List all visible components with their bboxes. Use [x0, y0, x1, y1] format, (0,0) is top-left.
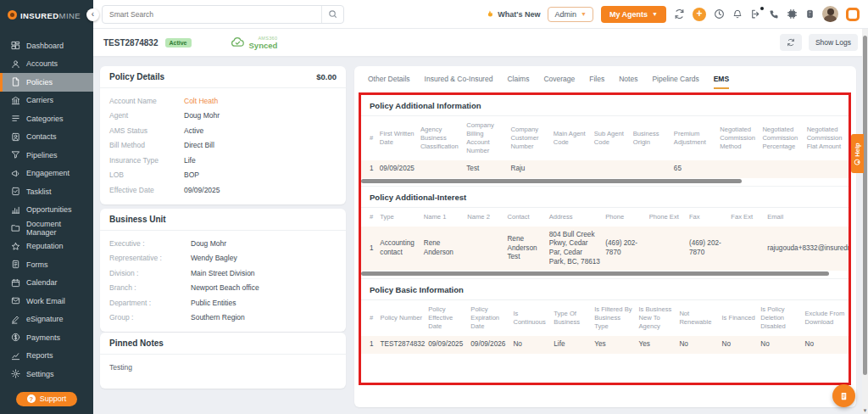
- sidebar-item-opportunities[interactable]: Opportunities: [0, 201, 93, 220]
- table-cell: Rene Anderson: [421, 227, 465, 271]
- tab-other-details[interactable]: Other Details: [368, 75, 410, 89]
- sidebar-item-reports[interactable]: Reports: [0, 347, 93, 366]
- sidebar-item-categories[interactable]: Categories: [0, 109, 93, 128]
- column-header: Email: [765, 208, 849, 227]
- sidebar-item-calendar[interactable]: Calendar: [0, 274, 93, 293]
- column-header: Is Filtered By Business Type: [592, 300, 636, 336]
- policy-detail-main-card: Other DetailsInsured & Co-InsuredClaimsC…: [354, 66, 856, 407]
- pinned-notes-title: Pinned Notes: [109, 338, 164, 348]
- search-input[interactable]: [103, 10, 321, 19]
- table-cell: No: [802, 336, 849, 354]
- sidebar-item-contacts[interactable]: Contacts: [0, 128, 93, 147]
- tab-pipeline-cards[interactable]: Pipeline Cards: [652, 75, 698, 89]
- sidebar-item-document-manager[interactable]: Document Manager: [0, 219, 93, 238]
- table-cell: 1: [361, 227, 377, 271]
- status-badge: Active: [165, 38, 192, 48]
- chat-widget-button[interactable]: [832, 384, 855, 407]
- column-header: Fax Ext: [728, 208, 765, 227]
- sidebar-item-settings[interactable]: Settings: [0, 365, 93, 383]
- field-label: LOB: [109, 171, 184, 179]
- field-value: Doug Mohr: [184, 111, 220, 120]
- sidebar-item-tasklist[interactable]: Tasklist: [0, 182, 93, 201]
- tab-notes[interactable]: Notes: [619, 75, 637, 89]
- add-new-button[interactable]: +: [693, 8, 706, 21]
- ai-chip-icon[interactable]: [787, 8, 798, 20]
- sidebar-collapse-button[interactable]: ‹: [86, 8, 99, 21]
- table-row[interactable]: 1TEST287483209/09/202509/09/2026NoLifeYe…: [361, 336, 849, 354]
- horizontal-scrollbar[interactable]: [361, 271, 829, 276]
- tab-insured-co-insured[interactable]: Insured & Co-Insured: [425, 75, 493, 89]
- scrollbar-thumb[interactable]: [863, 36, 867, 375]
- field-value: Doug Mohr: [191, 239, 226, 248]
- app-logo[interactable]: INSUREDMINE: [0, 0, 93, 29]
- table-cell: 1: [361, 160, 377, 178]
- sidebar-item-engagement[interactable]: Engagement: [0, 165, 93, 183]
- column-header: Agency Business Classification: [418, 116, 464, 160]
- logout-icon[interactable]: [750, 8, 761, 20]
- refresh-button[interactable]: [780, 34, 802, 51]
- policy-details-title: Policy Details: [109, 72, 164, 81]
- support-button[interactable]: ? Support: [16, 392, 78, 406]
- insuredmine-logo-icon[interactable]: [846, 8, 860, 21]
- notifications-bell-icon[interactable]: [732, 8, 743, 20]
- horizontal-scrollbar[interactable]: [361, 179, 742, 183]
- admin-dropdown[interactable]: Admin ▼: [548, 7, 593, 22]
- sidebar-item-forms[interactable]: Forms: [0, 255, 93, 274]
- accounts-icon: [11, 59, 20, 69]
- sync-refresh-icon[interactable]: [674, 8, 685, 20]
- help-tab[interactable]: ●Help: [851, 134, 864, 173]
- tab-claims[interactable]: Claims: [507, 75, 529, 89]
- show-logs-button[interactable]: Show Logs: [809, 34, 858, 51]
- policy-premium-amount: $0.00: [316, 72, 337, 81]
- sidebar-item-accounts[interactable]: Accounts: [0, 55, 93, 74]
- dashboard-icon: [11, 41, 20, 50]
- sidebar-item-work-email[interactable]: Work Email: [0, 292, 93, 310]
- policy-additional-information-section: Policy Additional Information #First Wri…: [361, 95, 849, 183]
- sidebar: INSUREDMINE DashboardAccountsPoliciesCar…: [0, 0, 93, 414]
- column-header: #: [361, 300, 378, 336]
- column-header: Phone Ext: [647, 208, 687, 227]
- history-clock-icon[interactable]: [714, 8, 725, 20]
- my-agents-button[interactable]: My Agents ▼: [601, 6, 666, 23]
- table-row[interactable]: 1Accounting contactRene AndersonRene And…: [361, 227, 849, 271]
- sidebar-item-payments[interactable]: Payments: [0, 328, 93, 347]
- field-label: Executive :: [109, 239, 191, 248]
- whats-new-button[interactable]: What's New: [485, 9, 540, 20]
- column-header: Is Policy Deletion Disabled: [758, 300, 802, 336]
- reports-icon: [11, 351, 20, 361]
- column-header: Contact: [504, 208, 546, 227]
- table-cell: [465, 227, 504, 271]
- column-header: Type: [377, 208, 420, 227]
- column-header: Policy Number: [378, 300, 426, 336]
- sidebar-item-policies[interactable]: Policies: [0, 73, 93, 92]
- document-manager-icon: [11, 223, 20, 232]
- tab-ems[interactable]: EMS: [714, 75, 729, 89]
- sidebar-item-label: Opportunities: [26, 205, 72, 214]
- sidebar-item-dashboard[interactable]: Dashboard: [0, 36, 93, 55]
- sidebar-item-esignature[interactable]: eSignature: [0, 310, 93, 329]
- sidebar-item-pipelines[interactable]: Pipelines: [0, 146, 93, 165]
- calendar-icon: [11, 278, 20, 288]
- sidebar-item-reputation[interactable]: Reputation: [0, 238, 93, 256]
- table-cell: [631, 160, 671, 178]
- field-row: Executive :Doug Mohr: [109, 236, 337, 251]
- tab-files[interactable]: Files: [589, 75, 604, 89]
- table-cell: [804, 160, 849, 178]
- phone-icon[interactable]: [769, 9, 779, 20]
- field-row: Insurance TypeLife: [109, 153, 337, 168]
- scroll-down-arrow-icon[interactable]: ▼: [862, 408, 868, 413]
- sidebar-item-label: Forms: [26, 260, 48, 269]
- user-avatar[interactable]: [822, 6, 838, 22]
- search-icon[interactable]: [321, 6, 343, 23]
- field-value: Life: [184, 156, 196, 165]
- page-scrollbar[interactable]: ▼: [862, 29, 868, 414]
- table-row[interactable]: 109/09/2025TestRaju65: [361, 160, 849, 178]
- contacts-icon: [11, 132, 20, 142]
- field-label: Account Name: [109, 97, 184, 105]
- sidebar-item-label: Carriers: [26, 96, 53, 104]
- sidebar-item-label: eSignature: [26, 315, 64, 323]
- field-value[interactable]: Colt Heath: [184, 97, 218, 105]
- calculator-icon[interactable]: [805, 8, 815, 20]
- tab-coverage[interactable]: Coverage: [543, 75, 575, 89]
- sidebar-item-carriers[interactable]: Carriers: [0, 92, 93, 110]
